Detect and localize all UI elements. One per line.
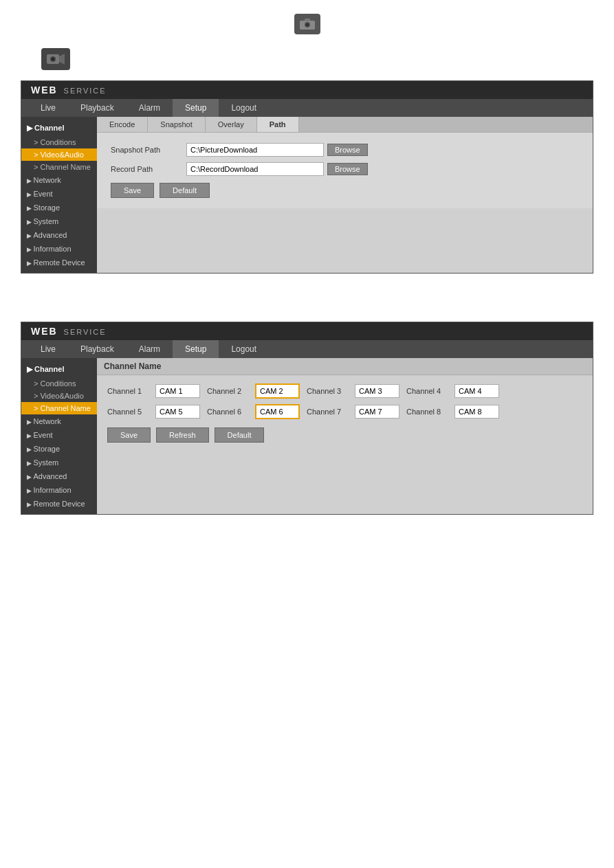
sub-tab-overlay[interactable]: Overlay bbox=[206, 117, 257, 132]
panel1-body: ▶ Channel > Conditions > Video&Audio > C… bbox=[21, 117, 593, 273]
sidebar1-channelname[interactable]: > Channel Name bbox=[21, 161, 97, 173]
panel2-main: Channel Name Channel 1 Channel 2 Channel… bbox=[97, 358, 593, 514]
channel-row-1: Channel 1 Channel 2 Channel 3 Channel 4 bbox=[107, 383, 582, 399]
panel1-form: Snapshot Path Browse Record Path Browse … bbox=[97, 133, 593, 208]
panel2-default-btn[interactable]: Default bbox=[215, 427, 265, 443]
record-browse-btn[interactable]: Browse bbox=[327, 163, 368, 175]
sidebar1-remotedevice[interactable]: Remote Device bbox=[21, 256, 97, 269]
web-logo-1: WEB SERVICE bbox=[28, 85, 107, 96]
ch6-input[interactable] bbox=[255, 404, 300, 419]
panel2-body: ▶ Channel > Conditions > Video&Audio > C… bbox=[21, 358, 593, 514]
sidebar1-conditions[interactable]: > Conditions bbox=[21, 136, 97, 148]
sidebar1-system[interactable]: System bbox=[21, 214, 97, 228]
snapshot-browse-btn[interactable]: Browse bbox=[327, 144, 368, 156]
ch8-label: Channel 8 bbox=[406, 408, 448, 416]
camera-icon-side bbox=[41, 48, 70, 70]
nav-logout-1[interactable]: Logout bbox=[219, 99, 269, 117]
snapshot-path-row: Snapshot Path Browse bbox=[111, 143, 579, 157]
panel1-header: WEB SERVICE bbox=[21, 81, 593, 99]
ch4-label: Channel 4 bbox=[406, 387, 448, 395]
channel-name-section-title: Channel Name bbox=[97, 358, 593, 375]
ch2-input[interactable] bbox=[255, 383, 300, 399]
panel1-sub-tabs: Encode Snapshot Overlay Path bbox=[97, 117, 593, 133]
panel2-header: WEB SERVICE bbox=[21, 322, 593, 340]
ch5-label: Channel 5 bbox=[107, 408, 149, 416]
channel-grid: Channel 1 Channel 2 Channel 3 Channel 4 … bbox=[97, 375, 593, 451]
ch3-label: Channel 3 bbox=[307, 387, 348, 395]
web-panel-2: WEB SERVICE Live Playback Alarm Setup Lo… bbox=[21, 322, 593, 515]
sidebar2-videoaudio[interactable]: > Video&Audio bbox=[21, 390, 97, 402]
ch1-label: Channel 1 bbox=[107, 387, 149, 395]
nav-live-1[interactable]: Live bbox=[28, 99, 68, 117]
ch5-input[interactable] bbox=[155, 405, 200, 419]
sidebar2-channel[interactable]: ▶ Channel bbox=[21, 361, 97, 377]
svg-point-7 bbox=[52, 58, 54, 60]
nav-alarm-1[interactable]: Alarm bbox=[127, 99, 173, 117]
channel-row-2: Channel 5 Channel 6 Channel 7 Channel 8 bbox=[107, 404, 582, 419]
sidebar2-remotedevice[interactable]: Remote Device bbox=[21, 497, 97, 511]
panel1-top-nav: Live Playback Alarm Setup Logout bbox=[21, 99, 593, 117]
ch7-input[interactable] bbox=[355, 405, 399, 419]
sidebar1-storage[interactable]: Storage bbox=[21, 201, 97, 214]
ch8-input[interactable] bbox=[454, 405, 499, 419]
panel1-sidebar: ▶ Channel > Conditions > Video&Audio > C… bbox=[21, 117, 97, 273]
panel1-default-btn[interactable]: Default bbox=[160, 183, 210, 198]
panel2-refresh-btn[interactable]: Refresh bbox=[156, 427, 209, 443]
panel1-main: Encode Snapshot Overlay Path Snapshot Pa… bbox=[97, 117, 593, 273]
ch6-label: Channel 6 bbox=[207, 408, 248, 416]
panel1-save-btn[interactable]: Save bbox=[111, 183, 154, 198]
sidebar2-channelname[interactable]: > Channel Name bbox=[21, 402, 97, 414]
sidebar2-information[interactable]: Information bbox=[21, 483, 97, 497]
sidebar2-storage[interactable]: Storage bbox=[21, 442, 97, 456]
record-path-label: Record Path bbox=[111, 165, 186, 173]
nav-logout-2[interactable]: Logout bbox=[219, 340, 269, 358]
sidebar1-advanced[interactable]: Advanced bbox=[21, 228, 97, 242]
panel1-btn-row: Save Default bbox=[111, 183, 579, 198]
svg-marker-5 bbox=[59, 54, 65, 65]
ch2-label: Channel 2 bbox=[207, 387, 248, 395]
sub-tab-snapshot[interactable]: Snapshot bbox=[148, 117, 205, 132]
snapshot-path-label: Snapshot Path bbox=[111, 146, 186, 154]
nav-setup-2[interactable]: Setup bbox=[173, 340, 219, 358]
svg-rect-3 bbox=[305, 19, 310, 21]
sidebar2-conditions[interactable]: > Conditions bbox=[21, 377, 97, 390]
nav-playback-1[interactable]: Playback bbox=[68, 99, 127, 117]
camera-icon-top bbox=[294, 14, 320, 34]
record-path-input[interactable] bbox=[186, 162, 324, 176]
svg-point-2 bbox=[305, 23, 309, 27]
sidebar1-information[interactable]: Information bbox=[21, 242, 97, 256]
snapshot-path-input[interactable] bbox=[186, 143, 324, 157]
sidebar2-advanced[interactable]: Advanced bbox=[21, 469, 97, 483]
ch7-label: Channel 7 bbox=[307, 408, 348, 416]
sidebar2-system[interactable]: System bbox=[21, 456, 97, 469]
record-path-row: Record Path Browse bbox=[111, 162, 579, 176]
nav-live-2[interactable]: Live bbox=[28, 340, 68, 358]
panel2-top-nav: Live Playback Alarm Setup Logout bbox=[21, 340, 593, 358]
sidebar2-event[interactable]: Event bbox=[21, 428, 97, 442]
nav-alarm-2[interactable]: Alarm bbox=[127, 340, 173, 358]
sub-tab-path[interactable]: Path bbox=[257, 117, 299, 132]
nav-playback-2[interactable]: Playback bbox=[68, 340, 127, 358]
panel2-sidebar: ▶ Channel > Conditions > Video&Audio > C… bbox=[21, 358, 97, 514]
web-panel-1: WEB SERVICE Live Playback Alarm Setup Lo… bbox=[21, 80, 593, 274]
nav-setup-1[interactable]: Setup bbox=[173, 99, 219, 117]
sidebar1-channel[interactable]: ▶ Channel bbox=[21, 120, 97, 136]
sidebar1-videoaudio[interactable]: > Video&Audio bbox=[21, 148, 97, 161]
ch1-input[interactable] bbox=[155, 384, 200, 398]
sub-tab-encode[interactable]: Encode bbox=[97, 117, 148, 132]
sidebar1-event[interactable]: Event bbox=[21, 187, 97, 201]
panel2-save-btn[interactable]: Save bbox=[107, 427, 151, 443]
ch3-input[interactable] bbox=[355, 384, 399, 398]
sidebar2-network[interactable]: Network bbox=[21, 414, 97, 428]
web-logo-2: WEB SERVICE bbox=[28, 326, 107, 337]
panel2-btn-row: Save Refresh Default bbox=[107, 427, 582, 443]
sidebar1-network[interactable]: Network bbox=[21, 173, 97, 187]
ch4-input[interactable] bbox=[454, 384, 499, 398]
